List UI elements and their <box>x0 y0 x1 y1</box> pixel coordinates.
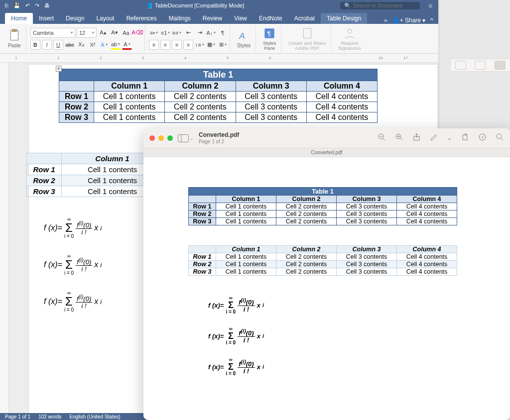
underline-button[interactable]: U <box>53 40 63 50</box>
highlight-tool-icon[interactable] <box>478 133 487 143</box>
italic-button[interactable]: I <box>42 40 52 50</box>
save-icon[interactable]: 💾 <box>13 2 20 9</box>
vertical-ruler[interactable] <box>0 63 9 413</box>
numbering-icon[interactable]: ≡1 <box>160 28 170 38</box>
search-icon[interactable] <box>496 133 504 143</box>
tab-mailings[interactable]: Mailings <box>163 13 197 24</box>
autosave-icon[interactable]: ⎘ <box>5 2 8 8</box>
grow-font-icon[interactable]: A▴ <box>98 28 108 38</box>
superscript-button[interactable]: X² <box>88 40 98 50</box>
borders-icon[interactable]: ⊞ <box>218 40 228 50</box>
view-list-icon[interactable] <box>475 61 486 70</box>
share-button[interactable]: 👤+ Share ▾ <box>392 17 426 24</box>
account-icon[interactable]: ☺ <box>428 2 433 8</box>
multilevel-icon[interactable]: ≡≡ <box>172 28 182 38</box>
doc-icon: 📘 <box>146 2 153 9</box>
paste-button[interactable]: Paste <box>5 28 24 49</box>
align-center-icon[interactable]: ≡ <box>160 40 170 50</box>
svg-text:A: A <box>239 31 245 41</box>
preview-titlebar[interactable]: ⌄ Converted.pdf Page 1 of 2 ⌄ <box>143 128 510 148</box>
bold-button[interactable]: B <box>30 40 40 50</box>
collapse-ribbon-icon[interactable]: ^ <box>430 17 433 24</box>
col-header: Column 2 <box>165 81 236 92</box>
minimize-icon[interactable] <box>158 135 164 141</box>
align-left-icon[interactable]: ≡ <box>149 40 159 50</box>
word-table2[interactable]: Column 1 Row 1Cell 1 contents Row 2Cell … <box>26 153 163 197</box>
styles-button[interactable]: A Styles <box>234 28 254 49</box>
cell: Cell 3 contents <box>337 261 397 268</box>
clear-format-icon[interactable]: A⌫ <box>132 28 142 38</box>
dropdown-icon[interactable]: ⌄ <box>447 135 452 141</box>
create-share-pdf-button[interactable]: Create and Share Adobe PDF <box>285 26 329 52</box>
font-name-select[interactable]: Cambria <box>30 28 75 38</box>
cell: Cell 1 contents <box>94 112 165 123</box>
redo-icon[interactable]: ↷ <box>35 2 39 9</box>
cell: Cell 3 contents <box>236 92 306 102</box>
preview-body[interactable]: Table 1 Column 1 Column 2 Column 3 Colum… <box>143 157 510 420</box>
justify-icon[interactable]: ≡ <box>183 40 193 50</box>
tab-home[interactable]: Home <box>5 13 33 24</box>
align-right-icon[interactable]: ≡ <box>172 40 182 50</box>
strike-button[interactable]: abc <box>65 40 75 50</box>
tab-references[interactable]: References <box>120 13 162 24</box>
row-header: Row 3 <box>189 268 216 276</box>
request-signatures-button[interactable]: Request Signatures <box>335 26 364 52</box>
search-input[interactable] <box>353 2 418 8</box>
status-lang[interactable]: English (United States) <box>69 414 120 420</box>
status-words[interactable]: 102 words <box>38 414 61 420</box>
shrink-font-icon[interactable]: A▾ <box>110 28 120 38</box>
pdf-table1-title: Table 1 <box>189 188 457 196</box>
shading-icon[interactable]: ▦ <box>206 40 216 50</box>
search-box[interactable]: 🔍 <box>340 2 420 9</box>
status-page[interactable]: Page 1 of 1 <box>5 414 30 420</box>
cell: Cell 1 contents <box>216 253 276 261</box>
change-case-icon[interactable]: Aa <box>121 28 131 38</box>
horizontal-ruler[interactable]: 1 1 2 3 4 5 6 16 17 <box>0 54 438 63</box>
ruler-num: 17 <box>403 56 408 60</box>
outdent-icon[interactable]: ⇤ <box>183 28 193 38</box>
zoom-in-icon[interactable] <box>395 133 403 143</box>
text-effects-icon[interactable]: A <box>99 40 109 50</box>
tab-acrobat[interactable]: Acrobat <box>288 13 321 24</box>
word-table1[interactable]: Table 1 Column 1 Column 2 Column 3 Colum… <box>59 69 378 123</box>
preview-tab[interactable]: Converted.pdf <box>143 148 510 157</box>
ruler-num: 1 <box>57 56 59 60</box>
row-header: Row 1 <box>189 253 216 261</box>
sidebar-toggle-icon[interactable]: ⌄ <box>178 134 194 142</box>
markup-icon[interactable] <box>430 133 438 143</box>
print-icon[interactable]: 🖶 <box>44 2 50 8</box>
highlight-icon[interactable]: ab <box>111 40 121 50</box>
cell: Cell 1 contents <box>216 210 276 218</box>
undo-icon[interactable]: ↶ <box>25 2 30 9</box>
indent-icon[interactable]: ⇥ <box>195 28 205 38</box>
view-mode-strip <box>450 59 510 72</box>
col-header: Column 1 <box>94 81 165 92</box>
more-tabs-icon[interactable]: » <box>384 17 387 24</box>
styles-pane-button[interactable]: ¶ Styles Pane <box>260 26 279 52</box>
tab-design[interactable]: Design <box>60 13 90 24</box>
tab-review[interactable]: Review <box>197 13 228 24</box>
zoom-out-icon[interactable] <box>378 133 386 143</box>
tab-insert[interactable]: Insert <box>33 13 60 24</box>
view-icons-icon[interactable] <box>455 61 466 70</box>
tab-view[interactable]: View <box>228 13 253 24</box>
pilcrow-icon[interactable]: ¶ <box>218 28 228 38</box>
sort-icon[interactable]: A↓ <box>206 28 216 38</box>
tab-layout[interactable]: Layout <box>90 13 120 24</box>
line-spacing-icon[interactable]: ↕≡ <box>195 40 205 50</box>
view-columns-icon[interactable] <box>495 61 506 70</box>
font-size-select[interactable]: 12 <box>77 28 97 38</box>
tab-endnote[interactable]: EndNote <box>253 13 288 24</box>
ruler-num: 6 <box>269 56 271 60</box>
rotate-icon[interactable] <box>461 133 469 143</box>
ribbon-tabs: Home Insert Design Layout References Mai… <box>0 11 438 24</box>
table-move-handle[interactable]: ✥ <box>56 66 62 72</box>
zoom-icon[interactable] <box>167 135 173 141</box>
tab-table-design[interactable]: Table Design <box>321 13 367 24</box>
cell: Cell 3 contents <box>236 112 306 123</box>
share-icon[interactable] <box>412 133 421 143</box>
bullets-icon[interactable]: ≡• <box>149 28 159 38</box>
close-icon[interactable] <box>149 135 155 141</box>
subscript-button[interactable]: X₂ <box>76 40 86 50</box>
font-color-icon[interactable]: A <box>122 40 132 50</box>
